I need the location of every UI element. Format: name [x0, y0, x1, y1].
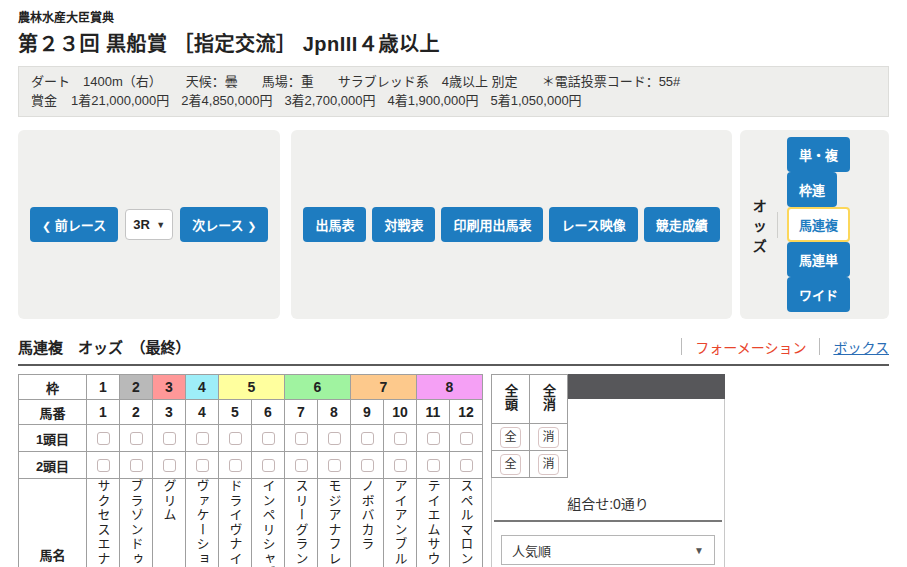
formation-link[interactable]: フォーメーション	[695, 337, 806, 357]
odds-type-button[interactable]: 馬連複	[787, 207, 850, 242]
horse-checkbox[interactable]	[262, 459, 275, 472]
horse-name: ヴァケーション	[196, 479, 209, 567]
checkbox-cell	[285, 452, 318, 479]
horse-checkbox[interactable]	[196, 432, 209, 445]
checkbox-cell	[384, 425, 417, 452]
chevron-right-icon: ❯	[247, 220, 256, 232]
horse-checkbox[interactable]	[361, 459, 374, 472]
horse-name: スペルマロン	[460, 479, 473, 566]
checkbox-row-label: 1頭目	[19, 425, 87, 452]
horse-checkbox[interactable]	[97, 432, 110, 445]
checkbox-row-label: 2頭目	[19, 452, 87, 479]
horse-checkbox[interactable]	[229, 432, 242, 445]
section-header: 馬連複 オッズ （最終） フォーメーション ボックス	[18, 336, 889, 357]
race-nav-link[interactable]: 対戦表	[372, 207, 435, 242]
horse-checkbox[interactable]	[328, 459, 341, 472]
checkbox-cell	[351, 425, 384, 452]
horse-checkbox[interactable]	[163, 459, 176, 472]
odds-label: オッズ	[753, 195, 767, 255]
horse-checkbox[interactable]	[427, 459, 440, 472]
horse-checkbox[interactable]	[262, 432, 275, 445]
box-link[interactable]: ボックス	[833, 337, 889, 357]
checkbox-cell	[87, 425, 120, 452]
panel-dark-header	[568, 374, 725, 399]
checkbox-cell	[219, 425, 252, 452]
odds-type-button[interactable]: 単・複	[787, 137, 850, 172]
horse-checkbox[interactable]	[427, 432, 440, 445]
race-title: 第２３回 黒船賞 ［指定交流］ JpnIII４歳以上	[18, 28, 889, 57]
prize-item: 3着2,700,000円	[284, 93, 375, 108]
horse-checkbox[interactable]	[97, 459, 110, 472]
navigation-row: ❮ 前レース 3R ▼ 次レース ❯ 出馬表対戦表印刷用出馬表レース映像競走成績…	[18, 130, 889, 319]
horse-number-cell: 12	[450, 400, 483, 425]
horse-name-cell: スリーグランド	[285, 479, 318, 567]
horse-number-cell: 9	[351, 400, 384, 425]
horse-checkbox[interactable]	[460, 432, 473, 445]
odds-type-button[interactable]: 馬連単	[787, 242, 850, 277]
checkbox-cell	[252, 425, 285, 452]
horse-number-cell: 3	[153, 400, 186, 425]
horse-checkbox[interactable]	[361, 432, 374, 445]
race-nav-link[interactable]: 競走成績	[644, 207, 720, 242]
select-all-row1-button[interactable]: 全	[500, 427, 521, 448]
frame-cell: 5	[219, 375, 285, 400]
frame-cell: 7	[351, 375, 417, 400]
second-horse-checkbox-row: 2頭目	[19, 452, 483, 479]
divider	[681, 338, 682, 355]
all-select-table: 全頭 全消 全 消 全 消	[491, 374, 568, 478]
prev-race-button[interactable]: ❮ 前レース	[30, 207, 118, 242]
horse-number-cell: 10	[384, 400, 417, 425]
clear-all-row2-button[interactable]: 消	[538, 454, 559, 475]
horse-checkbox[interactable]	[295, 432, 308, 445]
horse-name-cell: グリム	[153, 479, 186, 567]
horse-name-cell: ブラゾンドゥリス	[120, 479, 153, 567]
horse-checkbox[interactable]	[130, 459, 143, 472]
frame-cell: 1	[87, 375, 120, 400]
race-links-group: 出馬表対戦表印刷用出馬表レース映像競走成績	[291, 130, 731, 319]
horse-name-cell: スペルマロン	[450, 479, 483, 567]
sort-order-select[interactable]: 人気順 ▼	[501, 535, 715, 565]
checkbox-cell	[318, 425, 351, 452]
select-all-row2-button[interactable]: 全	[500, 454, 521, 475]
horse-checkbox[interactable]	[394, 432, 407, 445]
clear-all-row1-button[interactable]: 消	[538, 427, 559, 448]
horse-checkbox[interactable]	[295, 459, 308, 472]
section-links: フォーメーション ボックス	[668, 337, 889, 357]
horse-number-cell: 6	[252, 400, 285, 425]
frame-cell: 4	[186, 375, 219, 400]
prize-item: 5着1,050,000円	[491, 93, 582, 108]
checkbox-cell	[120, 425, 153, 452]
next-race-button[interactable]: 次レース ❯	[180, 207, 268, 242]
horse-number-cell: 7	[285, 400, 318, 425]
all-clear-header: 全消	[530, 375, 568, 424]
prize-item: 1着21,000,000円	[71, 93, 169, 108]
horse-checkbox[interactable]	[130, 432, 143, 445]
horse-checkbox[interactable]	[196, 459, 209, 472]
horse-checkbox[interactable]	[394, 459, 407, 472]
checkbox-cell	[450, 452, 483, 479]
horse-checkbox[interactable]	[229, 459, 242, 472]
race-nav-link[interactable]: 印刷用出馬表	[441, 207, 543, 242]
checkbox-cell	[186, 425, 219, 452]
race-number-select[interactable]: 3R ▼	[125, 209, 173, 240]
race-condition-item: ダート 1400m（右）	[31, 74, 162, 89]
checkbox-cell	[153, 452, 186, 479]
checkbox-cell	[285, 425, 318, 452]
race-nav-link[interactable]: 出馬表	[303, 207, 366, 242]
odds-type-button[interactable]: 枠連	[787, 172, 837, 207]
horse-name-cell: モジアナフレイバー	[318, 479, 351, 567]
horse-selection-table: 枠12345678馬番1234567891011121頭目2頭目馬名サクセスエナ…	[18, 374, 483, 567]
horse-checkbox[interactable]	[163, 432, 176, 445]
horse-name: ドライヴナイト	[229, 479, 242, 567]
horse-checkbox[interactable]	[460, 459, 473, 472]
checkbox-cell	[318, 452, 351, 479]
event-title: 農林水産大臣賞典	[18, 8, 889, 25]
checkbox-cell	[351, 452, 384, 479]
odds-type-button[interactable]: ワイド	[787, 277, 850, 312]
race-nav-link[interactable]: レース映像	[549, 207, 637, 242]
race-condition-item: 天候：曇	[186, 74, 238, 89]
horse-name-cell: インペリシャブル	[252, 479, 285, 567]
checkbox-cell	[219, 452, 252, 479]
horse-checkbox[interactable]	[328, 432, 341, 445]
horse-name-cell: ドライヴナイト	[219, 479, 252, 567]
